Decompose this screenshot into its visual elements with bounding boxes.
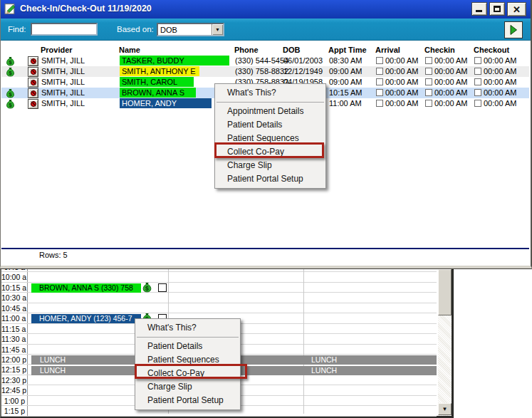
menu-item-patient-details[interactable]: Patient Details: [215, 118, 325, 132]
menu-item-whats-this[interactable]: What's This?: [215, 86, 325, 100]
checkin-time: 00:00 AM: [434, 78, 467, 86]
time-slot-row[interactable]: 10:00 a: [1, 272, 437, 282]
time-label: 1:00 p: [1, 396, 28, 405]
phone-cell: (330) 758-8832: [235, 66, 288, 77]
menu-item-appointment-details[interactable]: Appointment Details: [215, 105, 325, 118]
checkin-checkbox[interactable]: [425, 68, 432, 75]
checkin-checkbox[interactable]: [425, 57, 432, 64]
appt-time-cell: 11:00 AM: [329, 98, 362, 109]
alarm-button[interactable]: [28, 67, 38, 77]
dob-cell: 06/01/2003: [283, 56, 323, 66]
time-slot-row[interactable]: 10:30 a: [1, 293, 437, 303]
checkout-checkbox[interactable]: [474, 57, 481, 64]
scrollbar-down-button[interactable]: ▼: [438, 403, 452, 415]
appointment-block[interactable]: BROWN, ANNA S (330) 758: [31, 283, 141, 293]
alarm-button[interactable]: [28, 99, 38, 109]
lunch-label: LUNCH: [311, 355, 337, 365]
maximize-button[interactable]: [489, 2, 505, 16]
alarm-button[interactable]: [28, 78, 38, 88]
app-icon[interactable]: [4, 3, 16, 15]
alarm-icon: [30, 100, 37, 108]
find-label: Find:: [8, 25, 26, 33]
money-bag-icon: $: [5, 56, 16, 67]
header-arrival[interactable]: Arrival: [375, 45, 400, 56]
menu-item-patient-portal-setup[interactable]: Patient Portal Setup: [135, 394, 240, 407]
lunch-label: LUNCH: [311, 366, 337, 375]
checkin-checkbox[interactable]: [425, 100, 432, 107]
header-name[interactable]: Name: [119, 45, 140, 56]
provider-cell: SMITH, JILL: [41, 66, 85, 77]
dropdown-arrow-button[interactable]: ▼: [212, 24, 223, 35]
arrival-checkbox[interactable]: [376, 78, 383, 85]
svg-text:$: $: [9, 70, 12, 76]
time-label: 11:30 a: [1, 334, 28, 343]
checkin-time: 00:00 AM: [434, 56, 467, 65]
run-button[interactable]: [504, 21, 523, 38]
title-bar[interactable]: Check-In/Check-Out 11/19/2020 ✕: [1, 0, 531, 19]
lunch-label: LUNCH: [40, 366, 66, 375]
lunch-label: LUNCH: [40, 355, 66, 365]
header-appt-time[interactable]: Appt Time: [328, 45, 367, 56]
checkin-checkbox[interactable]: [425, 78, 432, 85]
based-on-select[interactable]: DOB ▼: [157, 23, 224, 36]
table-row[interactable]: $ SMITH, JILL TASKER, BUDDY (330) 544-54…: [1, 56, 529, 66]
header-phone[interactable]: Phone: [234, 45, 259, 56]
menu-item-whats-this[interactable]: What's This?: [135, 321, 240, 335]
checkin-checkbox[interactable]: [425, 89, 432, 96]
checkout-checkbox[interactable]: [474, 100, 481, 107]
menu-item-charge-slip[interactable]: Charge Slip: [215, 159, 325, 172]
maximize-icon: [494, 6, 501, 12]
menu-item-patient-details[interactable]: Patient Details: [135, 340, 240, 353]
header-provider[interactable]: Provider: [41, 45, 73, 56]
appt-time-cell: 09:00 AM: [329, 66, 362, 77]
time-label: 12:15 p: [1, 365, 28, 374]
provider-cell: SMITH, JILL: [41, 88, 85, 98]
alarm-button[interactable]: [28, 56, 38, 66]
minimize-button[interactable]: [471, 2, 487, 16]
appointment-block[interactable]: HOMER, ANDY (123) 456-7: [31, 314, 141, 323]
alarm-button[interactable]: [28, 88, 38, 98]
name-cell: HOMER, ANDY: [120, 98, 212, 108]
close-button[interactable]: ✕: [507, 2, 526, 16]
svg-text:$: $: [9, 59, 12, 66]
checkout-checkbox[interactable]: [474, 78, 481, 85]
menu-item-charge-slip[interactable]: Charge Slip: [135, 380, 240, 394]
scrollbar-thumb[interactable]: [438, 269, 452, 315]
time-label: 11:00 a: [1, 313, 28, 323]
menu-item-patient-portal-setup[interactable]: Patient Portal Setup: [215, 172, 325, 186]
table-row[interactable]: $ SMITH, JILL SMITH, ANTHONY E (330) 758…: [1, 66, 529, 77]
window-title: Check-In/Check-Out 11/19/2020: [20, 4, 152, 14]
time-label: 1:15 p: [1, 406, 28, 415]
checkout-time: 00:00 AM: [484, 78, 516, 86]
find-input[interactable]: [31, 23, 98, 36]
checkout-time: 00:00 AM: [484, 88, 516, 97]
header-checkin[interactable]: Checkin: [424, 45, 455, 56]
arrival-checkbox[interactable]: [376, 57, 383, 64]
rows-count: Rows: 5: [39, 251, 68, 259]
arrival-time: 00:00 AM: [385, 67, 418, 75]
schedule-column-divider: [303, 262, 304, 414]
appointment-checkbox[interactable]: [158, 283, 167, 292]
time-slot-row[interactable]: 10:45 a: [1, 303, 437, 313]
time-label: 10:45 a: [1, 303, 28, 313]
arrival-checkbox[interactable]: [376, 100, 383, 107]
money-bag-icon: $: [5, 88, 16, 99]
arrival-checkbox[interactable]: [376, 89, 383, 96]
checkout-checkbox[interactable]: [474, 89, 481, 96]
arrival-checkbox[interactable]: [376, 68, 383, 75]
based-on-value: DOB: [160, 25, 177, 35]
header-checkout[interactable]: Checkout: [474, 45, 509, 56]
name-cell: TASKER, BUDDY: [120, 56, 229, 66]
time-label: 11:15 a: [1, 324, 28, 333]
time-label: 12:00 p: [1, 355, 28, 364]
header-dob[interactable]: DOB: [283, 45, 300, 56]
phone-cell: (330) 544-5454: [235, 56, 288, 66]
appt-time-cell: 09:00 AM: [329, 77, 362, 88]
checkout-checkbox[interactable]: [474, 68, 481, 75]
context-menu-upper: What's This? Appointment Details Patient…: [214, 83, 326, 189]
divider: [1, 248, 529, 249]
chevron-down-icon: ▼: [442, 406, 448, 412]
time-label: 10:15 a: [1, 283, 28, 292]
vertical-scrollbar[interactable]: ▼: [438, 262, 452, 416]
arrival-time: 00:00 AM: [385, 56, 418, 65]
